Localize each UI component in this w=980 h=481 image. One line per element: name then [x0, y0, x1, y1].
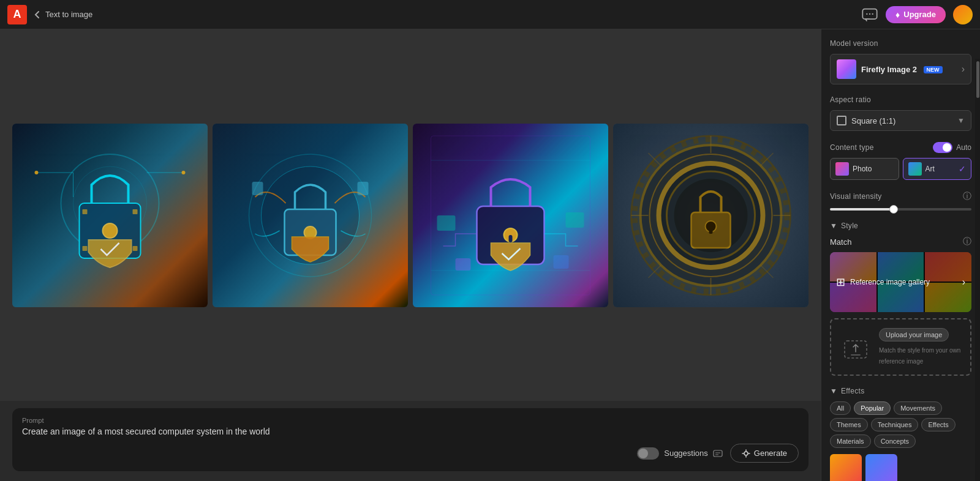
svg-rect-2 — [869, 13, 870, 14]
upload-desc: Match the style from your own reference … — [879, 347, 960, 365]
generated-image-4[interactable] — [613, 124, 809, 307]
prompt-label: Prompt — [22, 417, 799, 424]
aspect-value: Square (1:1) — [851, 116, 952, 125]
content-type-section: Content type Auto Photo Art ✓ — [830, 142, 971, 180]
visual-intensity-label: Visual intensity — [830, 192, 882, 201]
filter-movements-btn[interactable]: Movements — [894, 401, 942, 415]
reference-gallery[interactable]: ⊞ Reference image gallery › — [830, 252, 971, 312]
upload-icon-area — [840, 331, 872, 363]
scrollbar-thumb[interactable] — [976, 61, 979, 98]
filter-materials-btn[interactable]: Materials — [830, 434, 871, 448]
match-info-icon[interactable]: ⓘ — [963, 236, 971, 247]
filter-popular-btn[interactable]: Popular — [854, 401, 891, 415]
square-icon — [837, 116, 846, 125]
suggestions-icon — [713, 449, 723, 458]
gallery-chevron-icon: › — [962, 277, 965, 288]
filter-effects-btn[interactable]: Effects — [921, 418, 955, 431]
filter-all-btn[interactable]: All — [830, 401, 851, 415]
gallery-overlay: ⊞ Reference image gallery › — [830, 252, 971, 312]
svg-rect-3 — [872, 13, 873, 14]
suggestions-toggle: Suggestions — [637, 447, 723, 460]
chevron-right-icon: › — [962, 64, 965, 75]
upgrade-button[interactable]: ♦ Upgrade — [886, 6, 946, 23]
effects-section: ▼ Effects All Popular Movements Themes T… — [830, 387, 971, 481]
svg-point-55 — [744, 452, 748, 455]
prompt-text[interactable]: Create an image of a most secured comput… — [22, 427, 799, 436]
suggestions-label: Suggestions — [664, 449, 708, 458]
new-badge: NEW — [924, 66, 943, 73]
aspect-ratio-section: Aspect ratio Square (1:1) ▼ — [830, 95, 971, 131]
auto-label: Auto — [956, 143, 971, 152]
effects-filter-buttons: All Popular Movements Themes Techniques … — [830, 401, 971, 448]
back-button[interactable]: Text to image — [33, 10, 92, 19]
svg-point-51 — [674, 179, 748, 252]
svg-rect-1 — [866, 13, 867, 14]
intensity-slider[interactable] — [830, 208, 971, 211]
model-info: Firefly Image 2 NEW — [861, 64, 957, 75]
upload-text: Upload your image Match the style from y… — [879, 328, 962, 366]
art-btn[interactable]: Art ✓ — [903, 158, 972, 180]
effects-header[interactable]: ▼ Effects — [830, 387, 971, 395]
generate-button[interactable]: Generate — [730, 444, 799, 463]
model-name: Firefly Image 2 — [861, 65, 917, 74]
style-header[interactable]: ▼ Style — [830, 222, 971, 230]
main-wrapper: Prompt Create an image of a most secured… — [0, 29, 980, 481]
page-title: Text to image — [45, 10, 92, 19]
content-type-header: Content type Auto — [830, 142, 971, 153]
art-label: Art — [925, 165, 935, 173]
auto-toggle: Auto — [933, 142, 971, 153]
filter-techniques-btn[interactable]: Techniques — [871, 418, 919, 431]
svg-rect-16 — [133, 246, 138, 251]
right-panel: Model version Firefly Image 2 NEW › Aspe… — [821, 29, 980, 481]
style-section: ▼ Style Match ⓘ ⊞ R — [830, 222, 971, 376]
content-type-label: Content type — [830, 143, 874, 152]
filter-concepts-btn[interactable]: Concepts — [874, 434, 916, 448]
upload-button[interactable]: Upload your image — [879, 328, 949, 341]
generate-icon — [742, 449, 750, 458]
effect-thumb-2[interactable] — [865, 454, 897, 481]
suggestions-switch[interactable] — [637, 447, 659, 460]
filter-themes-btn[interactable]: Themes — [830, 418, 868, 431]
canvas-area: Prompt Create an image of a most secured… — [0, 29, 821, 481]
aspect-selector[interactable]: Square (1:1) ▼ — [830, 110, 971, 131]
svg-rect-21 — [252, 182, 263, 195]
effect-thumb-1[interactable] — [830, 454, 862, 481]
svg-rect-13 — [83, 209, 88, 214]
svg-point-11 — [35, 171, 39, 174]
effects-chevron-icon: ▼ — [830, 387, 837, 395]
style-label: Style — [841, 222, 858, 230]
auto-toggle-switch[interactable] — [933, 142, 952, 153]
model-selector[interactable]: Firefly Image 2 NEW › — [830, 54, 971, 84]
header-right: ♦ Upgrade — [861, 5, 973, 24]
prompt-actions: Suggestions Generate — [22, 444, 799, 463]
svg-rect-52 — [714, 450, 722, 457]
svg-rect-15 — [83, 246, 88, 251]
generated-image-1[interactable] — [12, 124, 208, 307]
images-grid — [0, 29, 821, 401]
model-version-label: Model version — [830, 39, 971, 48]
effects-label: Effects — [841, 387, 865, 395]
svg-point-12 — [182, 171, 186, 174]
check-icon: ✓ — [959, 164, 966, 174]
svg-rect-22 — [358, 182, 369, 195]
art-thumb — [908, 162, 922, 176]
svg-rect-32 — [456, 258, 471, 270]
match-label: Match — [830, 237, 851, 247]
photo-thumb — [835, 162, 849, 176]
generated-image-3[interactable] — [413, 124, 608, 307]
visual-intensity-section: Visual intensity ⓘ — [830, 191, 971, 211]
photo-label: Photo — [853, 165, 872, 173]
prompt-box: Prompt Create an image of a most secured… — [12, 408, 809, 471]
slider-thumb — [889, 205, 898, 214]
model-version-section: Model version Firefly Image 2 NEW › — [830, 39, 971, 84]
adobe-logo[interactable]: A — [7, 5, 27, 24]
generated-image-2[interactable] — [213, 124, 408, 307]
upload-area: Upload your image Match the style from y… — [830, 318, 971, 376]
auto-toggle-knob — [943, 143, 951, 152]
user-avatar[interactable] — [953, 5, 973, 24]
chat-icon[interactable] — [861, 6, 878, 23]
info-icon[interactable]: ⓘ — [963, 191, 971, 202]
photo-btn[interactable]: Photo — [830, 158, 899, 180]
model-thumbnail — [837, 59, 856, 79]
gallery-icon: ⊞ — [836, 275, 845, 289]
